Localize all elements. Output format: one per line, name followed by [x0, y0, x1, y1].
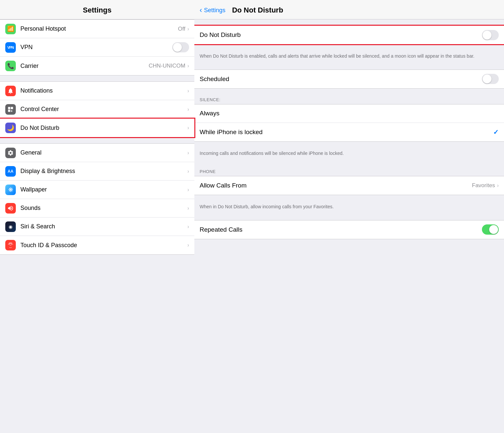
- scheduled-group: Scheduled: [194, 70, 504, 89]
- carrier-value: CHN-UNICOM: [149, 63, 185, 69]
- while-locked-label: While iPhone is locked: [200, 129, 493, 136]
- wallpaper-chevron: ›: [187, 187, 189, 193]
- repeated-calls-toggle[interactable]: [482, 224, 499, 235]
- carrier-label: Carrier: [20, 63, 149, 70]
- siri-search-chevron: ›: [187, 224, 189, 230]
- right-top-spacer: [194, 19, 504, 25]
- display-brightness-chevron: ›: [187, 168, 189, 174]
- system-group: Notifications › Control Center › 🌙 Do No…: [0, 81, 194, 137]
- while-locked-row[interactable]: While iPhone is locked ✓: [194, 123, 504, 141]
- scheduled-row[interactable]: Scheduled: [194, 70, 504, 88]
- spacer2: [0, 137, 194, 143]
- back-chevron-icon: ‹: [200, 6, 202, 14]
- dnd-toggle-label: Do Not Disturb: [200, 31, 482, 39]
- allow-calls-label: Allow Calls From: [200, 182, 472, 189]
- phone-section: PHONE: [194, 166, 504, 176]
- notifications-icon: [5, 86, 16, 96]
- always-row[interactable]: Always: [194, 104, 504, 123]
- while-locked-checkmark: ✓: [493, 128, 499, 136]
- always-label: Always: [200, 110, 499, 117]
- sounds-chevron: ›: [187, 205, 189, 211]
- silence-header: SILENCE:: [194, 95, 504, 104]
- repeated-calls-label: Repeated Calls: [200, 226, 482, 233]
- vpn-row[interactable]: VPN VPN: [0, 38, 194, 57]
- carrier-icon: 📞: [5, 61, 16, 71]
- vpn-toggle[interactable]: [172, 42, 189, 52]
- right-panel: ‹ Settings Do Not Disturb Do Not Disturb…: [194, 0, 504, 433]
- vpn-label: VPN: [20, 44, 172, 51]
- scheduled-toggle-knob: [483, 74, 491, 83]
- carrier-chevron: ›: [187, 63, 189, 69]
- do-not-disturb-icon: 🌙: [5, 123, 16, 133]
- touch-id-row[interactable]: Touch ID & Passcode ›: [0, 236, 194, 254]
- repeated-calls-row[interactable]: Repeated Calls: [194, 220, 504, 239]
- spacer1: [0, 75, 194, 81]
- dnd-toggle[interactable]: [482, 30, 499, 40]
- personal-hotspot-label: Personal Hotspot: [20, 25, 178, 32]
- control-center-row[interactable]: Control Center ›: [0, 100, 194, 119]
- vpn-toggle-knob: [173, 43, 182, 52]
- siri-search-row[interactable]: ◉ Siri & Search ›: [0, 217, 194, 236]
- touch-id-label: Touch ID & Passcode: [20, 242, 187, 249]
- scheduled-toggle[interactable]: [482, 74, 499, 84]
- touch-id-icon: [5, 240, 16, 250]
- notifications-label: Notifications: [20, 87, 187, 94]
- display-brightness-row[interactable]: AA Display & Brightness ›: [0, 162, 194, 181]
- preferences-group: General › AA Display & Brightness › ❋ Wa…: [0, 143, 194, 255]
- siri-icon: ◉: [5, 221, 16, 232]
- allow-calls-chevron: ›: [497, 183, 499, 188]
- do-not-disturb-chevron: ›: [187, 125, 189, 131]
- wallpaper-icon: ❋: [5, 185, 16, 195]
- repeated-calls-group: Repeated Calls: [194, 220, 504, 239]
- back-button[interactable]: Settings: [204, 7, 225, 14]
- do-not-disturb-label: Do Not Disturb: [20, 125, 187, 131]
- control-center-icon: [5, 104, 16, 115]
- personal-hotspot-row[interactable]: 📶 Personal Hotspot Off ›: [0, 20, 194, 38]
- left-panel: Settings 📶 Personal Hotspot Off › VPN VP…: [0, 0, 194, 433]
- notifications-chevron: ›: [187, 88, 189, 94]
- display-icon: AA: [5, 166, 16, 177]
- personal-hotspot-value: Off: [178, 26, 185, 32]
- general-row[interactable]: General ›: [0, 144, 194, 162]
- notifications-row[interactable]: Notifications ›: [0, 82, 194, 100]
- allow-calls-value: Favorites: [472, 182, 495, 189]
- carrier-row[interactable]: 📞 Carrier CHN-UNICOM ›: [0, 57, 194, 75]
- general-label: General: [20, 149, 187, 156]
- dnd-toggle-group: Do Not Disturb: [194, 25, 504, 44]
- favorites-description: When in Do Not Disturb, allow incoming c…: [194, 201, 504, 214]
- vpn-icon: VPN: [5, 42, 16, 53]
- settings-title: Settings: [83, 6, 112, 14]
- locked-description: Incoming calls and notifications will be…: [194, 148, 504, 161]
- dnd-toggle-row[interactable]: Do Not Disturb: [194, 26, 504, 44]
- dnd-description: When Do Not Disturb is enabled, calls an…: [194, 50, 504, 64]
- left-header: Settings: [0, 0, 194, 19]
- silence-group: Always While iPhone is locked ✓: [194, 104, 504, 142]
- general-chevron: ›: [187, 150, 189, 156]
- siri-search-label: Siri & Search: [20, 223, 187, 230]
- dnd-toggle-knob: [483, 31, 491, 40]
- wallpaper-label: Wallpaper: [20, 186, 187, 193]
- scheduled-label: Scheduled: [200, 75, 482, 83]
- sounds-label: Sounds: [20, 205, 187, 212]
- right-content: Do Not Disturb When Do Not Disturb is en…: [194, 19, 504, 433]
- sounds-icon: [5, 203, 16, 214]
- control-center-chevron: ›: [187, 106, 189, 112]
- do-not-disturb-row[interactable]: 🌙 Do Not Disturb ›: [0, 119, 194, 137]
- phone-header: PHONE: [194, 166, 504, 176]
- sounds-row[interactable]: Sounds ›: [0, 199, 194, 217]
- personal-hotspot-chevron: ›: [187, 26, 189, 32]
- right-header: ‹ Settings Do Not Disturb: [194, 0, 504, 19]
- repeated-calls-toggle-knob: [489, 225, 498, 234]
- silence-section: SILENCE:: [194, 95, 504, 104]
- general-icon: [5, 148, 16, 158]
- touch-id-chevron: ›: [187, 242, 189, 248]
- allow-calls-row[interactable]: Allow Calls From Favorites ›: [194, 176, 504, 195]
- display-brightness-label: Display & Brightness: [20, 168, 187, 175]
- wallpaper-row[interactable]: ❋ Wallpaper ›: [0, 181, 194, 199]
- personal-hotspot-icon: 📶: [5, 24, 16, 34]
- right-title: Do Not Disturb: [232, 6, 283, 14]
- phone-group: Allow Calls From Favorites ›: [194, 176, 504, 195]
- connectivity-group: 📶 Personal Hotspot Off › VPN VPN 📞 Carri…: [0, 19, 194, 75]
- control-center-label: Control Center: [20, 106, 187, 113]
